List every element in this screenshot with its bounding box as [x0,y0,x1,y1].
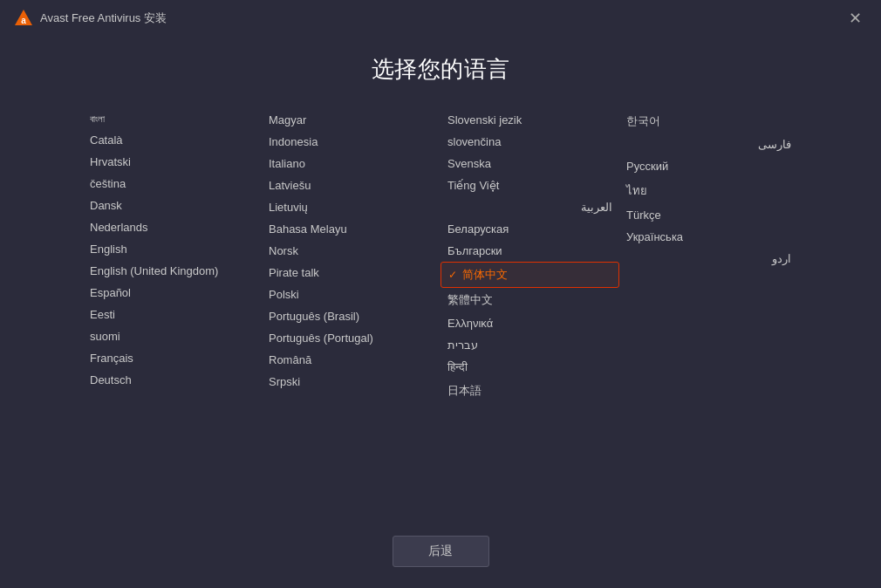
language-item[interactable]: 繁體中文 [440,288,619,312]
language-item[interactable]: Español [83,282,262,304]
language-item[interactable]: Polski [262,284,440,305]
language-label: עברית [447,338,478,352]
language-label: فارسی [758,138,791,151]
language-item[interactable]: English (United Kingdom) [83,260,262,282]
language-label: Lietuvių [269,201,308,214]
language-item[interactable]: Български [440,240,619,262]
language-label: Indonesia [269,135,318,148]
language-label: हिन्दी [447,360,468,374]
language-label: Deutsch [90,373,132,386]
language-label: Svenska [447,157,491,170]
language-label: Français [90,352,133,365]
language-item[interactable]: Lietuvių [262,196,440,218]
page-title: 选择您的语言 [372,54,510,85]
language-item[interactable]: Indonesia [262,131,440,153]
language-item[interactable]: Deutsch [83,369,262,391]
avast-logo-icon: a [14,9,33,28]
language-label: Latviešu [269,179,311,192]
language-label: English [90,243,127,256]
language-item[interactable]: Português (Brasil) [262,305,440,327]
language-item[interactable]: Ελληνικά [440,312,619,334]
language-item[interactable]: suomi [83,325,262,347]
language-item[interactable]: Hrvatski [83,151,262,173]
title-bar-left: a Avast Free Antivirus 安装 [14,9,167,28]
language-label: Українська [626,230,683,243]
language-item[interactable]: Українська [619,226,798,248]
language-label: Català [90,133,123,147]
language-item[interactable]: Slovenski jezik [440,109,619,131]
language-item[interactable]: Eesti [83,304,262,325]
language-item[interactable]: Latviešu [262,174,440,196]
language-item[interactable]: Italiano [262,153,440,174]
language-label: 日本語 [447,383,481,399]
language-label: Hrvatski [90,155,131,168]
language-item[interactable]: Türkçe [619,204,798,226]
language-label: Português (Portugal) [269,332,373,345]
language-item[interactable]: čeština [83,173,262,195]
language-item[interactable]: Tiếng Việt [440,174,619,196]
title-bar: a Avast Free Antivirus 安装 ✕ [0,0,881,37]
language-label: Magyar [269,113,306,126]
close-button[interactable]: ✕ [843,9,867,28]
language-item[interactable]: Bahasa Melayu [262,218,440,240]
language-label: Dansk [90,199,122,212]
language-item[interactable]: हिन्दी [440,356,619,379]
language-item[interactable]: বাংলা [83,109,262,129]
language-label: Polski [269,288,299,301]
language-label: العربية [581,201,612,214]
language-label: Ελληνικά [447,317,493,330]
lang-column-1: MagyarIndonesiaItalianoLatviešuLietuviųB… [262,109,440,504]
language-item[interactable]: slovenčina [440,131,619,153]
svg-text:a: a [21,16,26,25]
language-label: English (United Kingdom) [90,264,218,277]
language-item[interactable]: 日本語 [440,379,619,403]
language-label: suomi [90,330,120,343]
language-label: Español [90,286,131,299]
language-label: čeština [90,177,126,190]
language-item[interactable]: 한국어 [619,109,798,133]
language-item[interactable]: Magyar [262,109,440,131]
language-label: Srpski [269,375,300,388]
language-item[interactable]: العربية [440,196,619,218]
language-item[interactable]: Dansk [83,195,262,216]
language-label: Български [447,244,502,257]
language-item[interactable]: Português (Portugal) [262,327,440,349]
language-item[interactable]: ✓简体中文 [440,262,619,288]
language-item[interactable]: Română [262,349,440,371]
footer: 后退 [0,522,881,588]
language-label: Slovenski jezik [447,113,522,126]
language-item[interactable]: ไทย [619,177,798,204]
language-item[interactable]: Pirate talk [262,262,440,284]
language-label: Română [269,353,311,366]
language-label: Русский [626,160,668,173]
language-label: Беларуская [447,222,509,236]
language-label: اردو [772,252,791,265]
language-label: 繁體中文 [447,292,493,308]
language-item[interactable]: Srpski [262,371,440,393]
language-label: Türkçe [626,209,661,222]
language-item[interactable]: עברית [440,334,619,356]
language-item[interactable]: Русский [619,155,798,177]
language-label: Norsk [269,244,298,257]
language-item[interactable]: Svenska [440,153,619,174]
language-label: ไทย [626,181,647,200]
language-label: বাংলা [90,113,105,125]
language-label: Tiếng Việt [447,179,499,192]
back-button[interactable]: 后退 [393,536,489,567]
lang-column-3: 한국어فارسیРусскийไทยTürkçeУкраїнськаاردو [619,109,798,504]
language-item[interactable]: Català [83,129,262,151]
language-label: Italiano [269,157,305,170]
main-content: 选择您的语言 বাংলাCatalàHrvatskičeštinaDanskNe… [0,37,881,522]
language-item[interactable]: Norsk [262,240,440,262]
language-item[interactable]: English [83,238,262,260]
language-label: Pirate talk [269,266,319,279]
language-item[interactable]: فارسی [619,133,798,155]
language-item[interactable]: Français [83,347,262,369]
window-title: Avast Free Antivirus 安装 [40,10,167,26]
lang-column-0: বাংলাCatalàHrvatskičeštinaDanskNederland… [83,109,262,504]
language-label: 简体中文 [462,267,508,283]
language-grid: বাংলাCatalàHrvatskičeštinaDanskNederland… [83,109,798,504]
language-item[interactable]: Nederlands [83,216,262,238]
language-item[interactable]: اردو [619,248,798,270]
language-item[interactable]: Беларуская [440,218,619,240]
